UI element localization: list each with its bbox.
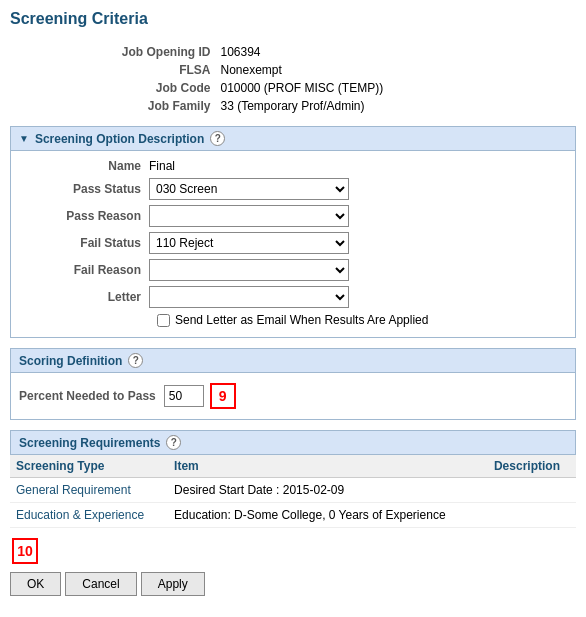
fail-reason-select[interactable] <box>149 259 349 281</box>
job-code-label: Job Code <box>12 80 214 96</box>
scoring-title: Scoring Definition <box>19 354 122 368</box>
send-letter-checkbox[interactable] <box>157 314 170 327</box>
percent-input[interactable] <box>164 385 204 407</box>
pass-status-select[interactable]: 030 Screen 040 Screen <box>149 178 349 200</box>
req-desc-cell <box>488 478 576 503</box>
requirements-table: Screening Type Item Description General … <box>10 455 576 528</box>
job-code-value: 010000 (PROF MISC (TEMP)) <box>216 80 574 96</box>
bottom-badge: 10 <box>12 538 38 564</box>
bottom-badge-section: 10 <box>10 538 576 564</box>
send-letter-label: Send Letter as Email When Results Are Ap… <box>175 313 428 327</box>
letter-row: Letter <box>19 286 567 308</box>
job-family-label: Job Family <box>12 98 214 114</box>
letter-label: Letter <box>19 290 149 304</box>
pass-status-row: Pass Status 030 Screen 040 Screen <box>19 178 567 200</box>
flsa-label: FLSA <box>12 62 214 78</box>
letter-select[interactable] <box>149 286 349 308</box>
table-row: Education & ExperienceEducation: D-Some … <box>10 503 576 528</box>
ok-button[interactable]: OK <box>10 572 61 596</box>
name-label: Name <box>19 159 149 173</box>
bottom-buttons: OK Cancel Apply <box>10 572 576 596</box>
scoring-content: Percent Needed to Pass 9 <box>10 373 576 420</box>
page-title: Screening Criteria <box>10 10 576 32</box>
scoring-help-icon[interactable]: ? <box>128 353 143 368</box>
screening-option-title: Screening Option Description <box>35 132 204 146</box>
fail-reason-row: Fail Reason <box>19 259 567 281</box>
apply-button[interactable]: Apply <box>141 572 205 596</box>
send-letter-row: Send Letter as Email When Results Are Ap… <box>157 313 567 327</box>
req-item-cell: Education: D-Some College, 0 Years of Ex… <box>168 503 488 528</box>
fail-reason-label: Fail Reason <box>19 263 149 277</box>
pass-status-label: Pass Status <box>19 182 149 196</box>
opening-id-value: 106394 <box>216 44 574 60</box>
name-value: Final <box>149 159 175 173</box>
cancel-button[interactable]: Cancel <box>65 572 136 596</box>
req-item-cell: Desired Start Date : 2015-02-09 <box>168 478 488 503</box>
requirements-section: Screening Requirements ? Screening Type … <box>10 430 576 528</box>
requirements-title: Screening Requirements <box>19 436 160 450</box>
job-info-table: Job Opening ID 106394 FLSA Nonexempt Job… <box>10 42 576 116</box>
opening-id-label: Job Opening ID <box>12 44 214 60</box>
scoring-section: Scoring Definition ? Percent Needed to P… <box>10 348 576 420</box>
screening-option-section: ▼ Screening Option Description ? Name Fi… <box>10 126 576 338</box>
requirements-header: Screening Requirements ? <box>10 430 576 455</box>
collapse-arrow-icon[interactable]: ▼ <box>19 133 29 144</box>
percent-label: Percent Needed to Pass <box>19 389 156 403</box>
req-desc-cell <box>488 503 576 528</box>
col-item-header: Item <box>168 455 488 478</box>
req-type-cell: General Requirement <box>10 478 168 503</box>
pass-reason-row: Pass Reason <box>19 205 567 227</box>
scoring-header: Scoring Definition ? <box>10 348 576 373</box>
fail-status-label: Fail Status <box>19 236 149 250</box>
screening-option-content: Name Final Pass Status 030 Screen 040 Sc… <box>10 151 576 338</box>
requirements-help-icon[interactable]: ? <box>166 435 181 450</box>
screening-option-help-icon[interactable]: ? <box>210 131 225 146</box>
percent-row: Percent Needed to Pass 9 <box>19 383 567 409</box>
fail-status-select[interactable]: 110 Reject 120 Reject <box>149 232 349 254</box>
name-row: Name Final <box>19 159 567 173</box>
fail-status-row: Fail Status 110 Reject 120 Reject <box>19 232 567 254</box>
pass-reason-select[interactable] <box>149 205 349 227</box>
col-desc-header: Description <box>488 455 576 478</box>
pass-reason-label: Pass Reason <box>19 209 149 223</box>
job-family-value: 33 (Temporary Prof/Admin) <box>216 98 574 114</box>
table-row: General RequirementDesired Start Date : … <box>10 478 576 503</box>
col-type-header: Screening Type <box>10 455 168 478</box>
flsa-value: Nonexempt <box>216 62 574 78</box>
scoring-badge: 9 <box>210 383 236 409</box>
req-type-cell: Education & Experience <box>10 503 168 528</box>
screening-option-header: ▼ Screening Option Description ? <box>10 126 576 151</box>
